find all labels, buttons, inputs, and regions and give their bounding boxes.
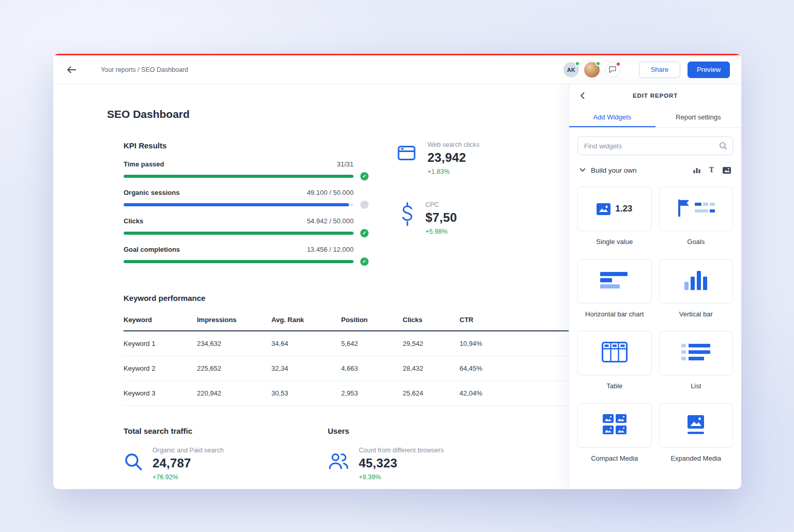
- text-quick-icon[interactable]: T: [709, 166, 714, 174]
- app-window: Your reports / SEO Dashboard AK Share Pr…: [53, 54, 741, 489]
- list-icon: [681, 343, 710, 363]
- stat-label: Organic and Paid search: [152, 447, 224, 454]
- stat-value: 24,787: [152, 456, 224, 470]
- kpi-item: Clicks 54.942 / 50.000: [124, 217, 369, 237]
- table-cell: 4,663: [341, 364, 403, 372]
- stat-value: $7,50: [425, 210, 457, 225]
- widget-horizontal-bar-chart[interactable]: Horizontal bar chart: [577, 259, 652, 318]
- user-avatar-initials[interactable]: AK: [563, 62, 579, 78]
- share-button[interactable]: Share: [639, 62, 680, 78]
- keyword-table-heading: Keyword performance: [124, 294, 569, 302]
- dollar-icon: [398, 201, 414, 228]
- column-header: Avg. Rank: [271, 316, 341, 324]
- table-cell: 34,64: [271, 340, 341, 347]
- table-cell: 32,34: [271, 364, 341, 372]
- goal-status-icon: [360, 201, 369, 209]
- top-bar: Your reports / SEO Dashboard AK Share Pr…: [53, 55, 741, 84]
- tab-report-settings[interactable]: Report settings: [655, 107, 742, 127]
- progress-bar: [124, 260, 354, 263]
- stat-delta: +9.39%: [359, 474, 444, 481]
- web-search-clicks-icon: [398, 141, 416, 163]
- widget-single-value[interactable]: 1.23 Single value: [577, 187, 652, 246]
- widget-vertical-bar[interactable]: Vertical bar: [659, 259, 734, 318]
- chart-quick-icon[interactable]: [693, 166, 700, 174]
- stat-delta: +5.98%: [425, 228, 457, 235]
- widget-label: Single value: [596, 238, 633, 246]
- stat-value: 45,323: [359, 456, 444, 470]
- goal-status-icon: [360, 257, 369, 266]
- table-cell: 64,45%: [460, 364, 493, 372]
- table-cell: 220,942: [197, 389, 271, 397]
- tab-add-widgets[interactable]: Add Widgets: [569, 107, 655, 127]
- users-widget[interactable]: Users Count from different browsers: [328, 427, 532, 481]
- panel-header: EDIT REPORT: [569, 84, 741, 107]
- kpi-value: 13.456 / 12.000: [307, 246, 354, 253]
- widget-compact-media[interactable]: Compact Media: [577, 403, 652, 463]
- table-cell: Keyword 2: [124, 364, 197, 372]
- kpi-goals-widget[interactable]: KPI Results Time passed 31/31: [124, 141, 369, 274]
- search-icon: [719, 142, 727, 152]
- stat-delta: +1.83%: [427, 168, 480, 175]
- widget-table[interactable]: Table: [577, 331, 652, 390]
- widget-label: Compact Media: [591, 454, 638, 463]
- kpi-section: KPI Results Time passed 31/31: [124, 141, 569, 274]
- kpi-label: Organic sessions: [124, 189, 179, 196]
- report-canvas: SEO Dashboard KPI Results Time passed 31…: [53, 84, 569, 489]
- table-cell: 225,652: [197, 364, 271, 372]
- cpc-widget[interactable]: CPC $7,50 +5.98%: [398, 201, 480, 235]
- table-cell: 28,432: [403, 364, 460, 372]
- user-avatar-photo[interactable]: [584, 62, 600, 78]
- kpi-item: Goal completions 13.456 / 12.000: [124, 246, 369, 266]
- widget-label: Table: [606, 382, 622, 390]
- top-bar-actions: AK Share Preview: [563, 62, 730, 78]
- widget-label: Horizontal bar chart: [585, 310, 644, 318]
- breadcrumb[interactable]: Your reports / SEO Dashboard: [101, 66, 188, 73]
- find-widgets-input[interactable]: [577, 136, 733, 155]
- progress-bar: [124, 175, 354, 178]
- goal-status-icon: [360, 172, 369, 180]
- column-header: Clicks: [403, 316, 460, 324]
- preview-button[interactable]: Preview: [688, 62, 730, 78]
- table-cell: Keyword 1: [124, 340, 197, 347]
- panel-tabs: Add Widgets Report settings: [569, 107, 741, 128]
- widget-search: [577, 136, 733, 155]
- widget-list[interactable]: List: [659, 331, 734, 390]
- chat-icon: [608, 66, 617, 73]
- back-button[interactable]: [65, 63, 79, 77]
- chat-button[interactable]: [605, 62, 620, 78]
- keyword-table-widget[interactable]: Keyword performance Keyword Impressions …: [124, 294, 569, 406]
- build-your-own-section: Build your own T: [579, 166, 731, 174]
- panel-title: EDIT REPORT: [633, 93, 678, 99]
- stat-label: Web search clicks: [427, 141, 480, 148]
- chevron-down-icon[interactable]: [579, 168, 586, 172]
- online-status-dot: [575, 61, 580, 66]
- stat-widgets: Web search clicks 23,942 +1.83%: [398, 141, 480, 274]
- summary-section: Total search traffic Organic and Paid se…: [124, 427, 569, 481]
- table-cell: 234,632: [197, 340, 271, 347]
- column-header: Keyword: [124, 316, 197, 324]
- stat-label: CPC: [425, 201, 457, 208]
- web-search-clicks-widget[interactable]: Web search clicks 23,942 +1.83%: [398, 141, 480, 175]
- widget-goals[interactable]: Goals: [659, 187, 734, 246]
- horizontal-bar-icon: [600, 270, 629, 292]
- stat-value: 23,942: [427, 150, 480, 165]
- widget-label: Vertical bar: [679, 310, 713, 318]
- back-arrow-icon: [67, 66, 77, 73]
- build-your-own-label[interactable]: Build your own: [591, 166, 637, 174]
- table-cell: 42,04%: [460, 389, 493, 397]
- total-search-traffic-widget[interactable]: Total search traffic Organic and Paid se…: [124, 427, 328, 481]
- table-row[interactable]: Keyword 1 234,632 34,64 5,642 29,542 10,…: [124, 331, 569, 356]
- table-row[interactable]: Keyword 3 220,942 30,53 2,953 25,624 42,…: [124, 381, 569, 406]
- widget-expanded-media[interactable]: Expanded Media: [659, 403, 734, 463]
- table-row[interactable]: Keyword 2 225,652 32,34 4,663 28,432 64,…: [124, 356, 569, 381]
- stat-delta: +76.92%: [152, 474, 224, 481]
- kpi-label: Clicks: [124, 217, 143, 225]
- collapse-panel-button[interactable]: [576, 90, 588, 101]
- kpi-label: Time passed: [124, 160, 164, 168]
- widget-label: Expanded Media: [670, 454, 721, 463]
- column-header: Position: [341, 316, 403, 324]
- single-value-icon: 1.23: [597, 203, 632, 215]
- widget-label: List: [691, 382, 701, 390]
- media-quick-icon[interactable]: [723, 167, 731, 174]
- table-header-row: Keyword Impressions Avg. Rank Position C…: [124, 316, 569, 331]
